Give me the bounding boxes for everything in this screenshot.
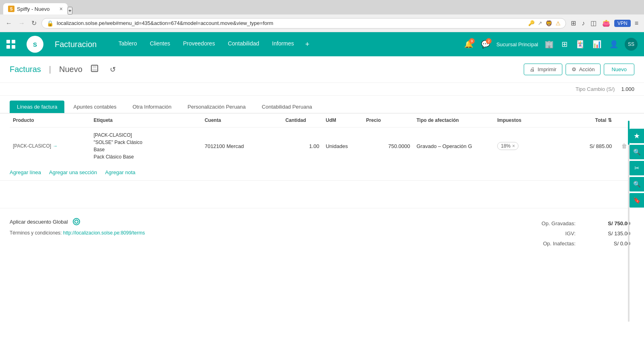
tab-contabilidad[interactable]: Contabilidad Peruana — [255, 101, 319, 113]
wallet-button[interactable]: 👛 — [601, 18, 612, 29]
add-links: Agregar línea Agregar una sección Agrega… — [0, 165, 644, 180]
save-button[interactable] — [87, 63, 102, 76]
new-tab-button[interactable]: + — [68, 7, 72, 14]
reload-button[interactable]: ↻ — [30, 18, 38, 29]
notification-badge-2: 2 — [486, 38, 492, 44]
close-tab-button[interactable]: × — [60, 6, 63, 12]
tab-apuntes[interactable]: Apuntes contables — [66, 101, 123, 113]
cell-precio[interactable]: 750.0000 — [363, 128, 413, 165]
table-row: [PACK-CLASICO] → [PACK-CLASICO] "SOLSE" … — [10, 128, 634, 165]
tab-title: Spiffy - Nuevo — [17, 6, 49, 12]
th-impuestos: Impuestos — [494, 113, 555, 128]
svg-rect-1 — [12, 40, 15, 43]
separator — [0, 180, 644, 181]
tab-lineas[interactable]: Líneas de factura — [10, 101, 64, 113]
product-code: [PACK-CLASICO] → — [13, 143, 87, 149]
cell-udm[interactable]: Unidades — [323, 128, 363, 165]
nav-informes[interactable]: Informes — [266, 38, 299, 51]
address-icons: 🔑 ↗ 🦁 ⚠ — [528, 20, 561, 27]
svg-rect-3 — [12, 45, 15, 49]
cell-total: S/ 885.00 — [555, 128, 615, 165]
th-udm: UdM — [323, 113, 363, 128]
active-tab: S Spiffy - Nuevo × — [3, 3, 68, 14]
action-button[interactable]: ⚙ Acción — [566, 64, 601, 75]
spacer — [0, 184, 644, 208]
nav-plus[interactable]: + — [301, 38, 314, 51]
right-panel-star[interactable]: ★ — [630, 129, 644, 143]
print-button[interactable]: 🖨 Imprimir — [524, 64, 562, 75]
nav-tablero[interactable]: Tablero — [113, 38, 143, 51]
gravadas-value: S/ 750.00 — [584, 219, 634, 228]
vpn-button[interactable]: VPN — [614, 20, 631, 27]
menu-button[interactable]: ≡ — [633, 18, 640, 29]
nav-proveedores[interactable]: Proveedores — [177, 38, 220, 51]
invoice-table-container: Producto Etiqueta Cuenta Cantidad UdM Pr… — [0, 113, 644, 165]
product-link-arrow[interactable]: → — [53, 143, 58, 149]
th-actions — [615, 113, 634, 128]
url-input[interactable] — [57, 20, 525, 26]
new-button[interactable]: Nuevo — [604, 64, 634, 75]
add-line-link[interactable]: Agregar línea — [10, 169, 41, 175]
discount-toggle[interactable] — [73, 218, 80, 225]
totals-igv-row: IGV: S/ 135.00 — [506, 229, 634, 238]
forward-button[interactable]: → — [17, 18, 27, 29]
tab-otra-info[interactable]: Otra Información — [125, 101, 179, 113]
person-icon[interactable]: 👤 — [608, 38, 620, 50]
right-panel-search[interactable]: 🔍 — [630, 145, 644, 159]
cell-cantidad[interactable]: 1.00 — [282, 128, 322, 165]
sidebar-button[interactable]: ◫ — [589, 18, 598, 29]
add-section-link[interactable]: Agregar una sección — [49, 169, 97, 175]
right-panel: ★ 🔍 ✂ 🔍 🔖 — [630, 129, 644, 208]
bottom-left: Aplicar descuento Global Términos y cond… — [10, 218, 490, 236]
lock-icon: 🔒 — [47, 20, 53, 27]
cell-impuestos: 18% × — [494, 128, 555, 165]
nav-clientes[interactable]: Clientes — [144, 38, 176, 51]
music-button[interactable]: ♪ — [580, 18, 586, 29]
grid-icon[interactable] — [6, 40, 15, 49]
impuesto-tag[interactable]: 18% × — [497, 142, 518, 150]
th-tipo-afectacion: Tipo de afectación — [414, 113, 494, 128]
right-panel-zoom[interactable]: 🔍 — [630, 177, 644, 191]
notification-bell-2[interactable]: 💬 2 — [479, 38, 492, 50]
delete-row-button[interactable]: 🗑 — [621, 143, 627, 149]
grid2-icon[interactable]: ⊞ — [560, 38, 569, 50]
impuesto-tag-remove[interactable]: × — [512, 143, 515, 149]
breadcrumb-facturas[interactable]: Facturas — [10, 65, 41, 74]
cell-cuenta[interactable]: 7012100 Mercad — [202, 128, 282, 165]
separator2 — [0, 208, 644, 208]
tipo-cambio-value: 1.000 — [621, 86, 634, 92]
terms-link[interactable]: http://localizacion.solse.pe:8099/terms — [63, 230, 145, 236]
widget-icon[interactable]: 📊 — [591, 38, 603, 50]
cell-tipo-afectacion[interactable]: Gravado – Operación G — [414, 128, 494, 165]
building-icon[interactable]: 🏢 — [543, 38, 555, 50]
totals-gravadas-row: Op. Gravadas: S/ 750.00 — [506, 219, 634, 228]
right-panel-bookmark[interactable]: 🔖 — [630, 193, 644, 208]
tab-personalizacion[interactable]: Personalización Peruana — [180, 101, 253, 113]
nav-contabilidad[interactable]: Contabilidad — [222, 38, 265, 51]
cell-etiqueta: [PACK-CLASICO] "SOLSE" Pack Clásico Base… — [91, 128, 202, 165]
add-note-link[interactable]: Agregar nota — [105, 169, 135, 175]
igv-value: S/ 135.00 — [584, 229, 634, 238]
discount-row: Aplicar descuento Global — [10, 218, 490, 225]
refresh-button[interactable]: ↺ — [107, 64, 119, 76]
card-icon[interactable]: 🃏 — [574, 38, 586, 50]
columns-icon[interactable]: ⇅ — [608, 117, 612, 123]
brave-icon: 🦁 — [545, 20, 552, 27]
th-etiqueta: Etiqueta — [91, 113, 202, 128]
th-cantidad: Cantidad — [282, 113, 322, 128]
back-button[interactable]: ← — [4, 18, 14, 29]
right-panel-scissors[interactable]: ✂ — [630, 161, 644, 175]
bottom-section: Aplicar descuento Global Términos y cond… — [0, 212, 644, 259]
key-icon: 🔑 — [528, 20, 535, 26]
branch-label: Sucursal Principal — [496, 41, 538, 47]
extensions-button[interactable]: ⊞ — [569, 18, 578, 29]
app-logo[interactable]: S — [27, 36, 43, 53]
browser-chrome: S Spiffy - Nuevo × + ← → ↻ 🔒 🔑 ↗ 🦁 ⚠ ⊞ ♪… — [0, 0, 644, 32]
warning-icon: ⚠ — [556, 20, 561, 27]
avatar-btn[interactable]: SS — [625, 38, 638, 51]
notification-bell-1[interactable]: 🔔 9 — [463, 38, 475, 50]
th-producto: Producto — [10, 113, 91, 128]
inafectas-value: S/ 0.00 — [584, 239, 634, 248]
browser-tabs: S Spiffy - Nuevo × + — [0, 0, 644, 14]
page-header: Facturas | Nuevo ↺ 🖨 Imprimir ⚙ Acción N… — [0, 56, 644, 83]
